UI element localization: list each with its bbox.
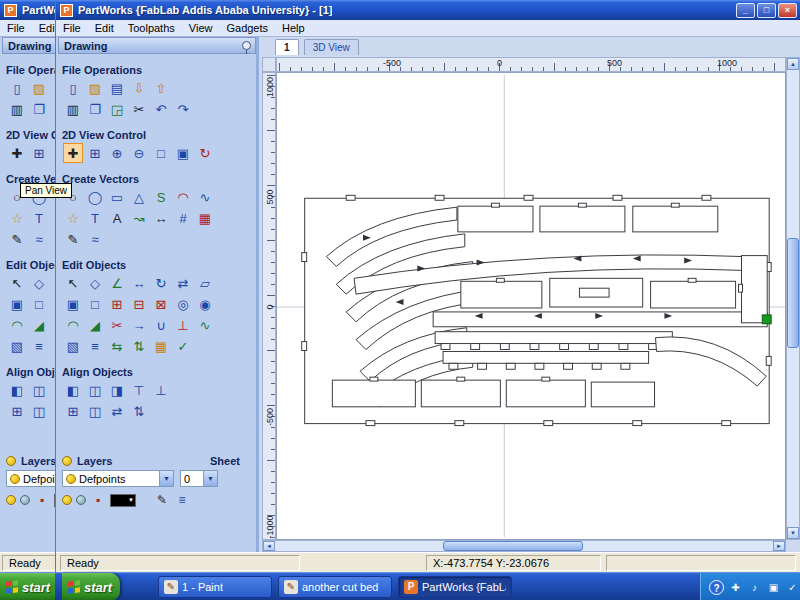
paste-icon[interactable]: ◲ xyxy=(107,99,127,119)
layer-off-icon[interactable] xyxy=(20,495,30,505)
nesting-icon[interactable]: ▧ xyxy=(7,336,27,356)
vector-part[interactable] xyxy=(535,363,544,369)
zoom-selected-icon[interactable]: ▣ xyxy=(173,143,193,163)
freehand-draw-icon[interactable]: ✎ xyxy=(63,229,83,249)
vector-part[interactable] xyxy=(524,195,533,200)
vector-part[interactable] xyxy=(560,344,569,350)
draw-star-icon[interactable]: ☆ xyxy=(7,208,27,228)
snap-grid-icon[interactable]: # xyxy=(173,208,193,228)
distribute-icon[interactable]: ≡ xyxy=(29,336,49,356)
draw-star-icon[interactable]: ☆ xyxy=(63,208,83,228)
layer-visible-icon[interactable] xyxy=(6,495,16,505)
vector-part[interactable] xyxy=(722,421,731,426)
vertical-scroll-thumb[interactable] xyxy=(787,238,799,348)
distribute-icon[interactable]: ≡ xyxy=(85,336,105,356)
menu-item-help[interactable]: Help xyxy=(275,21,312,35)
nesting-icon[interactable]: ▧ xyxy=(63,336,83,356)
vector-part[interactable] xyxy=(589,344,598,350)
menu-item-toolpaths[interactable]: Toolpaths xyxy=(121,21,182,35)
join-vectors-icon[interactable]: ∪ xyxy=(151,315,171,335)
open-file-icon[interactable]: ▨ xyxy=(29,78,49,98)
ungroup-icon[interactable]: □ xyxy=(85,294,105,314)
chevron-down-icon[interactable]: ▼ xyxy=(203,471,217,486)
layer-visible-icon[interactable] xyxy=(62,495,72,505)
start-button[interactable]: start xyxy=(62,573,120,600)
start-button-duplicate[interactable]: start xyxy=(0,573,55,600)
menu-item-edit[interactable]: Edit xyxy=(88,21,121,35)
print-icon[interactable]: ▥ xyxy=(7,99,27,119)
tray-network-icon[interactable]: ▣ xyxy=(766,580,781,595)
tray-updates-icon[interactable]: ✚ xyxy=(728,580,743,595)
draw-text-icon[interactable]: T xyxy=(29,208,49,228)
vector-part[interactable] xyxy=(579,288,609,297)
vector-part[interactable] xyxy=(449,363,458,369)
rotate-icon[interactable]: ↻ xyxy=(151,273,171,293)
maximize-button[interactable]: □ xyxy=(757,3,776,18)
trace-bitmap-icon[interactable]: ≈ xyxy=(85,229,105,249)
vector-part[interactable] xyxy=(688,278,696,282)
center-in-material-icon[interactable]: ⊞ xyxy=(7,401,27,421)
tray-status-icon[interactable]: ✓ xyxy=(785,580,800,595)
vector-part[interactable] xyxy=(332,380,415,407)
distribute-horizontal-icon[interactable]: ⇄ xyxy=(107,401,127,421)
text-box-icon[interactable]: A xyxy=(107,208,127,228)
vector-part[interactable] xyxy=(458,206,533,232)
vector-part[interactable] xyxy=(435,195,444,200)
menu-item-file[interactable]: File xyxy=(0,21,32,35)
pan-view-icon[interactable]: ✚ xyxy=(7,143,27,163)
vector-part[interactable] xyxy=(633,421,642,426)
draw-polyline-icon[interactable]: ∿ xyxy=(195,187,215,207)
vector-part[interactable] xyxy=(421,380,500,407)
vertical-scrollbar[interactable]: ▲ ▼ xyxy=(786,57,800,540)
vector-part[interactable] xyxy=(578,203,586,207)
panel-header[interactable]: Drawing xyxy=(58,37,256,54)
vector-part[interactable] xyxy=(621,363,630,369)
copy-icon[interactable]: ❐ xyxy=(29,99,49,119)
edit-layers-icon[interactable]: ✎ xyxy=(154,493,170,507)
smooth-icon[interactable]: ∿ xyxy=(195,315,215,335)
draw-curve-icon[interactable]: S xyxy=(151,187,171,207)
vector-part[interactable] xyxy=(742,256,768,323)
align-top-icon[interactable]: ⊤ xyxy=(129,380,149,400)
vector-part[interactable] xyxy=(491,203,499,207)
vector-part[interactable] xyxy=(739,284,743,292)
taskbar-item[interactable]: ✎another cut bed xyxy=(278,576,392,598)
vector-part[interactable] xyxy=(457,377,465,381)
vector-part[interactable] xyxy=(500,344,509,350)
drawing-canvas[interactable] xyxy=(277,73,785,539)
align-center-icon[interactable]: ◫ xyxy=(85,380,105,400)
trace-bitmap-icon[interactable]: ≈ xyxy=(29,229,49,249)
vector-part[interactable] xyxy=(441,344,450,350)
align-middle-icon[interactable]: ◫ xyxy=(85,401,105,421)
curve-fit-icon[interactable]: ↝ xyxy=(129,208,149,228)
group-icon[interactable]: ▣ xyxy=(63,294,83,314)
align-middle-icon[interactable]: ◫ xyxy=(29,401,49,421)
vector-part[interactable] xyxy=(302,342,307,351)
vector-part[interactable] xyxy=(671,203,679,207)
weld-icon[interactable]: ⊞ xyxy=(107,294,127,314)
copy-icon[interactable]: ❐ xyxy=(85,99,105,119)
redraw-icon[interactable]: ↻ xyxy=(195,143,215,163)
select-icon[interactable]: ↖ xyxy=(63,273,83,293)
scroll-right-icon[interactable]: ► xyxy=(773,541,785,551)
offset-icon[interactable]: ◎ xyxy=(173,294,193,314)
vector-part[interactable] xyxy=(592,363,601,369)
align-left-icon[interactable]: ◧ xyxy=(7,380,27,400)
draw-arc-icon[interactable]: ◠ xyxy=(173,187,193,207)
inset-icon[interactable]: ◉ xyxy=(195,294,215,314)
zoom-window-icon[interactable]: ⊞ xyxy=(85,143,105,163)
vector-part[interactable] xyxy=(496,278,504,282)
draw-polygon-icon[interactable]: △ xyxy=(129,187,149,207)
cut-icon[interactable]: ✂ xyxy=(129,99,149,119)
align-left-icon[interactable]: ◧ xyxy=(63,380,83,400)
vector-part[interactable] xyxy=(506,380,585,407)
center-in-material-icon[interactable]: ⊞ xyxy=(63,401,83,421)
draw-ellipse-icon[interactable]: ◯ xyxy=(85,187,105,207)
layer-lock-icon[interactable]: ▪ xyxy=(90,493,106,507)
fillet-icon[interactable]: ◠ xyxy=(63,315,83,335)
layer-lock-icon[interactable]: ▪ xyxy=(34,493,50,507)
draw-rectangle-icon[interactable]: ▭ xyxy=(107,187,127,207)
tab-3d-view[interactable]: 3D View xyxy=(304,39,359,55)
title-bar[interactable]: P PartWorks {FabLab Addis Ababa Universi… xyxy=(56,0,800,20)
tray-volume-icon[interactable]: ♪ xyxy=(747,580,762,595)
